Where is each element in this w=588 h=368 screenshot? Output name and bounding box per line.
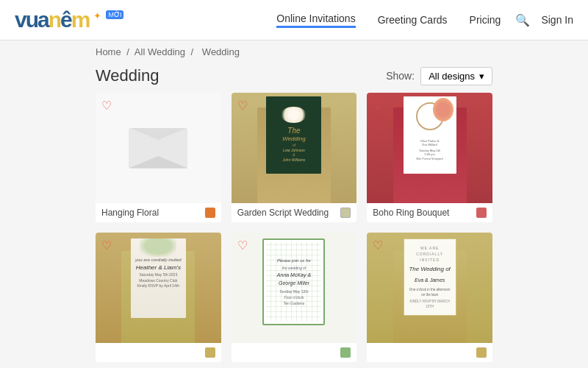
card-title-1: Hanging Floral [101,208,159,218]
card-row2-2[interactable]: ♡ Please join us for the wedding of Anna… [232,233,357,362]
card-color-1 [205,208,215,218]
card-footer-4 [96,343,221,362]
card-footer-3: Boho Ring Bouquet [367,203,492,222]
favorite-icon-5[interactable]: ♡ [237,238,248,252]
main-nav: Online Invitations Greeting Cards Pricin… [276,13,501,28]
card-title-2: Garden Script Wedding [237,208,329,218]
nav-pricing[interactable]: Pricing [470,14,501,26]
filter-dropdown[interactable]: All designs ▾ [420,67,492,85]
card-footer-2: Garden Script Wedding [232,203,357,222]
breadcrumb-home[interactable]: Home [96,46,121,57]
card-image-6: ♡ WE ARE CORDIALLY INVITED The Wedding o… [367,233,492,343]
favorite-icon-3[interactable]: ♡ [373,99,383,113]
nav-greeting-cards[interactable]: Greeting Cards [378,14,448,26]
card-image-4: ♡ you are cordially invited Heather & Li… [96,233,221,343]
sign-in-button[interactable]: Sign In [541,14,573,26]
show-label: Show: [386,70,415,82]
card-footer-6 [367,343,492,362]
card-footer-5 [232,343,357,362]
card-color-6 [476,347,487,358]
header-actions: 🔍 Sign In [515,13,573,27]
logo-text: vuanêm [15,7,89,32]
nav-online-invitations[interactable]: Online Invitations [276,13,355,28]
show-filter: Show: All designs ▾ [386,67,492,85]
card-title-3: Boho Ring Bouquet [373,208,449,218]
filter-value: All designs [429,71,475,82]
logo[interactable]: vuanêm ✦ MỚI [15,7,123,32]
favorite-icon-2[interactable]: ♡ [237,99,248,113]
card-footer-1: Hanging Floral [96,203,221,222]
page-title-area: Wedding Show: All designs ▾ [0,63,588,93]
page-title: Wedding [96,66,159,85]
breadcrumb: Home / All Wedding / Wedding [0,40,588,63]
breadcrumb-current: Wedding [202,46,240,57]
card-image-3: ♡ Olive Parker & Eva Willard Sunday May … [367,93,492,203]
cards-grid: ♡ Hanging Floral ♡ The Wedding of [0,93,588,362]
card-image-2: ♡ The Wedding of Leia Johnson & John Wil… [232,93,357,203]
breadcrumb-sep1: / [126,46,129,57]
card-row2-3[interactable]: ♡ WE ARE CORDIALLY INVITED The Wedding o… [367,233,492,362]
card-color-4 [205,347,215,358]
favorite-icon-6[interactable]: ♡ [373,238,383,252]
card-hanging-floral[interactable]: ♡ Hanging Floral [96,93,221,222]
card-garden-script[interactable]: ♡ The Wedding of Leia Johnson & John Wil… [232,93,357,222]
card-image-1: ♡ [96,93,221,203]
envelope-graphic-1 [129,128,187,169]
logo-new-badge: MỚI [106,10,123,19]
card-color-3 [476,208,487,218]
card-color-2 [340,208,351,218]
card-boho-ring[interactable]: ♡ Olive Parker & Eva Willard Sunday May … [367,93,492,222]
header: vuanêm ✦ MỚI Online Invitations Greeting… [0,0,588,40]
card-row2-1[interactable]: ♡ you are cordially invited Heather & Li… [96,233,221,362]
search-icon[interactable]: 🔍 [515,13,530,27]
favorite-icon-1[interactable]: ♡ [101,99,112,113]
card-color-5 [340,347,351,358]
breadcrumb-sep2: / [191,46,194,57]
card-image-5: ♡ Please join us for the wedding of Anna… [232,233,357,343]
chevron-down-icon: ▾ [479,71,484,82]
favorite-icon-4[interactable]: ♡ [101,238,112,252]
logo-decoration: ✦ [93,10,101,21]
breadcrumb-all-wedding[interactable]: All Wedding [135,46,185,57]
